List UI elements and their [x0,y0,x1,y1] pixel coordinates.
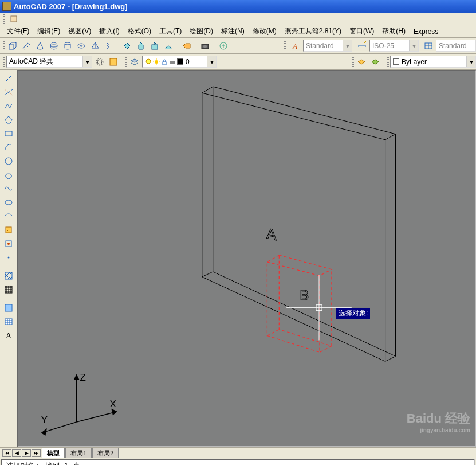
svg-rect-22 [5,131,12,136]
dimstyle-combo[interactable]: ISO-25▾ [369,40,419,52]
command-window[interactable]: 选择对象: 找到 1 个 选择对象: [1,459,475,465]
solid-B-selected [267,255,332,352]
tab-prev-icon[interactable]: ◀ [12,449,21,457]
point-icon[interactable] [2,251,15,264]
revcloud-icon[interactable] [2,169,15,181]
cylinder-icon[interactable] [61,40,74,52]
tablestyle-combo[interactable]: Standard [436,40,476,52]
polygon-icon[interactable] [2,114,15,126]
add-icon[interactable] [217,40,230,52]
layer-prev-icon[interactable] [369,56,381,68]
workspace-settings-icon[interactable] [107,56,120,68]
lock-icon [161,58,168,65]
toolbar-handle[interactable] [125,57,127,67]
drawing-canvas[interactable]: A B [17,70,476,447]
draw-toolbar: A [0,70,17,447]
line-icon[interactable] [2,72,15,85]
label-B: B [300,287,309,303]
sun-icon [153,58,160,65]
3dmove-icon[interactable] [180,40,193,52]
dimstyle-icon[interactable] [356,40,368,52]
ucs-y-label: Y [41,415,48,425]
layer-manager-icon[interactable] [128,56,141,68]
chevron-down-icon[interactable]: ▾ [207,56,216,67]
camera-icon[interactable] [199,40,211,52]
toolbar-handle[interactable] [3,41,5,50]
extrude-icon[interactable] [135,40,147,52]
spline-icon[interactable] [2,182,15,195]
ellipse-arc-icon[interactable] [2,210,15,222]
ucs-icon [42,375,117,435]
make-block-icon[interactable] [2,237,15,250]
menu-draw[interactable]: 绘图(D) [186,25,217,37]
toolbar-handle[interactable] [352,57,354,67]
menu-yanxiu[interactable]: 燕秀工具箱2.81(Y) [281,25,345,37]
polysolid-icon[interactable] [121,40,133,52]
color-swatch [177,58,183,65]
ellipse-icon[interactable] [2,196,15,209]
insert-block-icon[interactable] [2,224,15,236]
region-icon[interactable] [2,302,15,314]
menu-dimension[interactable]: 标注(N) [218,25,248,37]
box-icon[interactable] [6,40,19,52]
torus-icon[interactable] [75,40,88,52]
pyramid-icon[interactable] [89,40,101,52]
chevron-down-icon[interactable]: ▾ [466,56,475,67]
layer-state-icon[interactable] [355,56,368,68]
table-icon[interactable] [2,315,15,328]
toolbar-handle[interactable] [387,57,389,67]
menu-insert[interactable]: 插入(I) [96,25,123,37]
svg-point-8 [203,45,207,48]
dynamic-input-tooltip: 选择对象: [336,308,370,319]
cone-icon[interactable] [34,40,46,52]
helix-icon[interactable] [103,40,115,52]
menubar-handle[interactable] [3,14,5,24]
toolbar-handle[interactable] [3,57,5,67]
mtext-icon[interactable]: A [2,329,15,342]
svg-rect-6 [152,45,158,49]
tab-next-icon[interactable]: ▶ [22,449,31,457]
color-combo[interactable]: ByLayer ▾ [390,56,476,68]
sphere-icon[interactable] [48,40,60,52]
chevron-down-icon[interactable]: ▾ [343,40,352,51]
tab-layout2[interactable]: 布局2 [92,448,119,458]
textstyle-combo[interactable]: Standard▾ [303,40,352,52]
tab-first-icon[interactable]: ⏮ [2,449,11,457]
layer-combo[interactable]: 0 ▾ [142,56,217,68]
svg-rect-17 [163,62,166,65]
xline-icon[interactable] [2,86,15,99]
menu-help[interactable]: 帮助(H) [379,25,409,37]
menu-format[interactable]: 格式(O) [124,25,155,37]
menu-window[interactable]: 窗口(W) [346,25,377,37]
hatch-icon[interactable] [2,269,15,282]
app-icon [2,2,11,11]
gradient-icon[interactable] [2,283,15,296]
tab-model[interactable]: 模型 [42,448,65,458]
tab-last-icon[interactable]: ⏭ [32,449,41,457]
svg-text:A: A [6,331,12,340]
arc-icon[interactable] [2,141,15,154]
toolbar-handle[interactable] [284,41,286,50]
presspull-icon[interactable] [148,40,161,52]
menu-modify[interactable]: 修改(M) [249,25,280,37]
menu-file[interactable]: 文件(F) [3,25,33,37]
gear-icon[interactable] [93,56,106,68]
svg-point-23 [5,158,12,165]
rectangle-icon[interactable] [2,127,15,140]
chevron-down-icon[interactable]: ▾ [409,40,418,51]
chevron-down-icon[interactable]: ▾ [82,56,92,67]
polyline-icon[interactable] [2,100,15,112]
wedge-icon[interactable] [20,40,33,52]
menu-tools[interactable]: 工具(T) [156,25,185,37]
menu-express[interactable]: Express [410,26,442,37]
sweep-icon[interactable] [162,40,175,52]
circle-icon[interactable] [2,155,15,167]
menu-edit[interactable]: 编辑(E) [34,25,64,37]
menu-view[interactable]: 视图(V) [65,25,95,37]
tab-layout1[interactable]: 布局1 [65,448,92,458]
svg-rect-31 [5,304,12,311]
workspace-combo[interactable]: AutoCAD 经典▾ [6,56,92,68]
textstyle-icon[interactable]: A [289,40,302,52]
window-titlebar: AutoCAD 2007 - [Drawing1.dwg] [0,0,476,13]
tablestyle-icon[interactable] [422,40,435,52]
